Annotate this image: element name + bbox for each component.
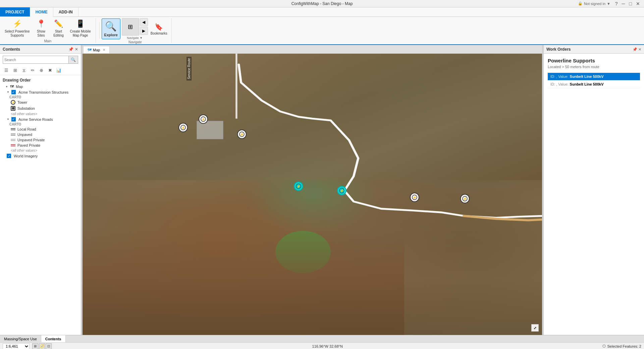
wo-item-2-label: ID: , Value:	[550, 82, 569, 86]
scale-selector[interactable]: 1:6,461	[3, 343, 30, 349]
select-powerline-button[interactable]: ⚡ Select PowerlineSupports	[3, 18, 32, 39]
tree-subitem-unpaved[interactable]: Unpaved	[0, 132, 81, 137]
ribbon-group-navigate: 🔍 Explore ⊞ ◀ ▶ Navigate ▼	[102, 18, 172, 43]
search-input[interactable]	[3, 57, 68, 62]
create-mobile-button[interactable]: 📱 Create MobileMap Page	[68, 18, 93, 39]
grid-toggle[interactable]: ⊞	[32, 343, 38, 349]
bookmarks-icon: 🔖	[155, 23, 163, 31]
tree-map-root[interactable]: ▼ 🗺 Map	[0, 84, 81, 89]
other-values-transmission[interactable]: <all other values>	[0, 111, 81, 116]
help-button[interactable]: ?	[614, 1, 619, 6]
wo-pin-btn[interactable]: 📌	[633, 47, 637, 51]
ribbon-group-nav-items: 🔍 Explore ⊞ ◀ ▶ Navigate ▼	[102, 18, 169, 40]
substation-marker[interactable]	[197, 121, 223, 139]
edit-layer-btn[interactable]: ✏	[29, 67, 36, 74]
chart-btn[interactable]: 📊	[55, 67, 62, 74]
bottom-tab-massing[interactable]: Massing/Space Use	[0, 335, 41, 342]
bottom-tab-contents[interactable]: Contents	[41, 335, 66, 342]
transmission-checkbox[interactable]: ✓	[11, 90, 16, 94]
bottom-tab-massing-label: Massing/Space Use	[4, 337, 37, 341]
contents-pin-btn[interactable]: 📌	[68, 47, 73, 52]
tower-marker-4[interactable]: ⚡	[410, 193, 419, 202]
paved-private-icon	[11, 144, 15, 146]
map-tab-close[interactable]: ✕	[103, 48, 105, 52]
tree-subitem-substation[interactable]: ⬛ Substation	[0, 105, 81, 111]
list-view-btn[interactable]: ☰	[3, 67, 10, 74]
wo-item-2-value: Sunbelt Line 500kV	[570, 82, 604, 86]
terrain-detail-1	[83, 54, 542, 180]
remove-layer-btn[interactable]: ✖	[46, 67, 54, 74]
tower-marker-2[interactable]: ⚡	[199, 114, 208, 124]
tab-project[interactable]: PROJECT	[0, 7, 30, 16]
user-area[interactable]: 🔒 Not signed in ▼	[578, 1, 610, 6]
map-viewport[interactable]: Service Route ⚡ ⚡ ⚡ ⚡ ⚡ ⚡	[83, 54, 542, 335]
contents-close-btn[interactable]: ✕	[75, 47, 78, 52]
nav-back-btn[interactable]: ◀	[140, 18, 148, 26]
status-bar: 1:6,461 ⊞ 🧭 ⊡ 116.96°W 32.68°N ⬡ Selecte…	[0, 342, 644, 349]
maximize-button[interactable]: □	[628, 1, 633, 6]
close-button[interactable]: ✕	[635, 1, 641, 6]
tab-home[interactable]: HOME	[30, 7, 53, 17]
expand-map-btn[interactable]: ⤢	[531, 324, 539, 332]
wo-panel-controls: 📌 ✕	[633, 47, 641, 52]
tower-marker-cyan-1[interactable]: ⚡	[294, 182, 303, 191]
zoom-extent-btn[interactable]: ⊡	[46, 343, 52, 349]
add-layer-btn[interactable]: ⊕	[38, 67, 45, 74]
show-sites-icon: 📍	[36, 19, 46, 28]
wo-list-item-1[interactable]: ID: , Value: Sunbelt Line 500kV	[548, 73, 640, 81]
main-group-label: Main	[3, 39, 93, 43]
tree-subitem-tower[interactable]: ⚡ Tower	[0, 99, 81, 105]
tree-layer-world-imagery[interactable]: ✓ World Imagery	[0, 153, 81, 159]
bookmarks-label: Bookmarks	[151, 32, 167, 35]
start-editing-button[interactable]: ✏️ StartEditing	[50, 18, 66, 39]
other-values-roads[interactable]: <all other values>	[0, 148, 81, 153]
title-bar: ConfigWithMap - San Diego - Map 🔒 Not si…	[0, 0, 644, 7]
tree-layer-transmission[interactable]: ▼ ✓ Acme Transmission Structures	[0, 89, 81, 95]
search-button[interactable]: 🔍	[68, 56, 78, 63]
pan-grid-btn[interactable]: ⊞	[122, 18, 139, 36]
user-dropdown-arrow[interactable]: ▼	[607, 2, 610, 6]
compass-btn[interactable]: 🧭	[39, 343, 45, 349]
tower-marker-5[interactable]: ⚡	[460, 194, 470, 203]
tile-view-btn[interactable]: ⊞	[11, 67, 19, 74]
map-tab-bar: 🗺 Map ✕	[83, 45, 542, 54]
unpaved-private-label: Unpaved Private	[17, 138, 45, 142]
selected-features-text: Selected Features: 2	[607, 344, 641, 348]
ribbon-separator-1	[99, 22, 100, 39]
tree-layer-roads[interactable]: ▼ ✓ Acme Service Roads	[0, 116, 81, 122]
world-imagery-checkbox[interactable]: ✓	[7, 154, 11, 158]
tab-addin[interactable]: ADD-IN	[53, 7, 78, 16]
selected-features-display: ⬡ Selected Features: 2	[602, 344, 641, 348]
transmission-arrow: ▼	[7, 91, 9, 94]
tree-subitem-unpaved-private[interactable]: Unpaved Private	[0, 137, 81, 143]
search-box: 🔍	[3, 56, 78, 64]
tower-marker-1[interactable]: ⚡	[178, 123, 188, 132]
map-tab[interactable]: 🗺 Map ✕	[83, 46, 110, 53]
show-sites-button[interactable]: 📍 ShowSites	[33, 18, 49, 39]
svg-text:⚡: ⚡	[340, 189, 344, 193]
lock-icon: 🔒	[578, 1, 583, 6]
map-controls: ⤢	[531, 324, 539, 332]
map-tab-icon: 🗺	[88, 48, 92, 52]
contents-tree: Drawing Order ▼ 🗺 Map ▼ ✓ Acme Transmiss…	[0, 75, 81, 335]
contents-header: Contents 📌 ✕	[0, 45, 81, 54]
nav-forward-btn[interactable]: ▶	[140, 27, 148, 35]
tree-subitem-paved-private[interactable]: Paved Private	[0, 143, 81, 148]
wo-list-item-2[interactable]: ID: , Value: Sunbelt Line 500kV	[548, 81, 640, 88]
roads-checkbox[interactable]: ✓	[11, 117, 16, 121]
tower-marker-cyan-2[interactable]: ⚡	[337, 186, 346, 195]
explore-icon: 🔍	[106, 21, 116, 32]
svg-text:⚡: ⚡	[201, 117, 206, 121]
tower-marker-3[interactable]: ⚡	[237, 130, 247, 139]
filter-btn[interactable]: ⧖	[20, 67, 28, 74]
local-road-icon	[11, 128, 15, 130]
explore-button[interactable]: 🔍 Explore	[102, 18, 120, 39]
nav-row-top: ⊞ ◀ ▶	[122, 18, 148, 36]
window-controls[interactable]: ? ─ □ ✕	[614, 1, 641, 6]
contents-panel: Contents 📌 ✕ 🔍 ☰ ⊞ ⧖ ✏ ⊕ ✖ 📊 Drawing Ord…	[0, 45, 81, 335]
wo-close-btn[interactable]: ✕	[638, 47, 641, 51]
minimize-button[interactable]: ─	[621, 1, 627, 6]
tree-subitem-local-road[interactable]: Local Road	[0, 127, 81, 132]
bookmarks-button[interactable]: 🔖 Bookmarks	[149, 20, 169, 38]
work-orders-content: Powerline Supports Located > 50 meters f…	[544, 54, 644, 335]
